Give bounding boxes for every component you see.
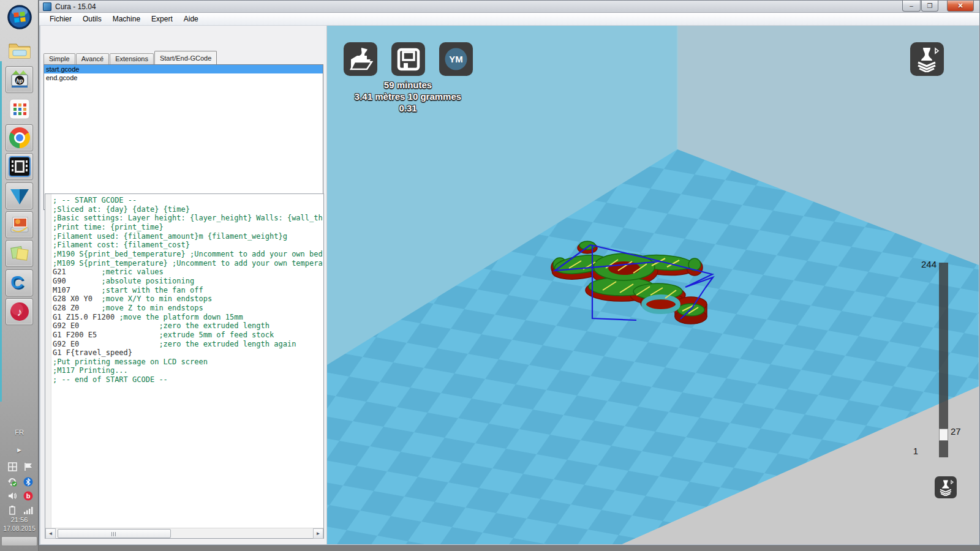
tab-simple[interactable]: Simple (43, 53, 75, 64)
taskbar-item-itunes[interactable]: ♪ (6, 298, 33, 325)
windows-taskbar: hp (0, 0, 39, 551)
layer-view-icon (914, 47, 940, 72)
menu-machine[interactable]: Machine (107, 13, 146, 24)
gcode-line: ;Basic settings: Layer height: {layer_he… (53, 214, 323, 223)
gcode-line: ;Filament used: {filament_amount}m {fila… (53, 232, 323, 241)
scrollbar-thumb[interactable] (58, 529, 171, 538)
gcode-line: G90 ;absolute positioning (53, 277, 323, 286)
gcode-line: ;Sliced at: {day} {date} {time} (53, 205, 323, 214)
scroll-right-arrow[interactable]: ► (313, 528, 323, 539)
svg-text:hp: hp (16, 78, 23, 84)
taskbar-item-hp[interactable]: hp (6, 66, 33, 93)
editor-gutter (45, 194, 51, 538)
view-mode-button[interactable] (910, 42, 944, 76)
language-indicator[interactable]: FR (0, 429, 39, 436)
layer-min-label: 1 (895, 446, 918, 456)
gcode-line: G92 E0 ;zero the extruded length (53, 321, 323, 331)
window-app-icon (43, 2, 51, 11)
menu-outils[interactable]: Outils (77, 13, 107, 24)
gcode-line: G21 ;metric values (53, 268, 323, 277)
svg-text:b: b (26, 492, 31, 500)
close-button[interactable]: ✕ (947, 1, 974, 12)
gcode-line: G1 Z15.0 F1200 ;move the platform down 1… (53, 313, 323, 322)
svg-text:C: C (10, 272, 24, 292)
taskbar-item-app-grid[interactable] (6, 97, 33, 121)
start-button[interactable] (6, 4, 33, 31)
gcode-line: G28 X0 Y0 ;move X/Y to min endstops (53, 294, 323, 304)
minimize-button[interactable]: – (902, 1, 921, 12)
taskbar-item-explorer[interactable] (6, 37, 33, 64)
window-title: Cura - 15.04 (55, 2, 96, 11)
save-toolpath-button[interactable] (391, 42, 425, 76)
file-row[interactable]: start.gcode (44, 65, 323, 73)
3d-viewport[interactable]: YM (327, 26, 979, 544)
flag-icon[interactable] (23, 461, 34, 472)
settings-panel: SimpleAvancéExtensionsStart/End-GCode st… (40, 26, 326, 544)
file-row[interactable]: end.gcode (44, 73, 323, 82)
load-model-button[interactable] (344, 42, 377, 76)
gcode-line: G1 F200 E5 ;extrude 5mm of feed stock (53, 331, 323, 340)
gcode-line: ;Filament cost: {filament_cost} (53, 241, 323, 250)
start-orb-icon (7, 4, 32, 30)
print-time: 59 minutes (334, 79, 481, 91)
cura-icon: C C (9, 272, 31, 294)
gcode-line: ;M117 Printing... (53, 366, 323, 375)
youmagine-icon: YM (439, 42, 473, 76)
load-model-icon (349, 47, 373, 72)
view-mode-mini-button[interactable] (935, 476, 957, 498)
taskbar-item-notes[interactable] (6, 240, 33, 267)
gcode-line: G92 E0 ;zero the extruded length again (53, 340, 323, 349)
restore-button[interactable]: ❐ (921, 1, 938, 12)
title-bar[interactable]: Cura - 15.04 – ❐ ✕ (39, 1, 979, 13)
menu-fichier[interactable]: Fichier (44, 13, 77, 24)
gcode-line: M107 ;start with the fan off (53, 286, 323, 295)
horizontal-scrollbar[interactable]: ◄ ► (45, 528, 323, 538)
beats-icon[interactable]: b (23, 490, 34, 501)
svg-text:YM: YM (449, 54, 463, 64)
taskbar-item-cura[interactable]: C C (6, 269, 33, 296)
menu-expert[interactable]: Expert (146, 13, 178, 24)
itunes-icon: ♪ (9, 301, 30, 322)
layer-slider-handle[interactable] (939, 429, 948, 441)
tray-date[interactable]: 17.08.2015 (0, 525, 39, 532)
layer-current-label: 27 (951, 426, 961, 437)
tab-extensions[interactable]: Extensions (110, 53, 154, 64)
print-cost: 0.31 (334, 102, 481, 114)
gcode-line: ;Print time: {print_time} (53, 223, 323, 232)
show-desktop-button[interactable] (1, 536, 37, 546)
svg-text:♪: ♪ (17, 306, 22, 318)
battery-icon[interactable] (7, 504, 18, 515)
bluetooth-icon[interactable] (23, 476, 34, 487)
speaker-icon[interactable] (7, 490, 18, 501)
gcode-file-list[interactable]: start.gcodeend.gcode (43, 64, 323, 210)
sync-icon[interactable] (7, 476, 18, 487)
taskbar-item-chrome[interactable] (6, 124, 33, 151)
windows-grid-icon[interactable] (7, 461, 18, 472)
signal-icon[interactable] (23, 504, 34, 515)
gcode-line: ;M109 S{print_temperature} ;Uncomment to… (53, 259, 323, 268)
scrollbar-grip (111, 532, 117, 536)
layer-max-label: 244 (907, 259, 937, 269)
taskbar-item-media[interactable] (6, 153, 33, 180)
menu-aide[interactable]: Aide (178, 13, 204, 24)
tab-avanc-[interactable]: Avancé (76, 53, 110, 64)
print-stats: 59 minutes 3.41 mètres 10 grammes 0.31 (334, 79, 481, 114)
hidden-icons-arrow[interactable]: ▶ (17, 447, 21, 453)
chrome-icon (9, 127, 30, 148)
gcode-line: G28 Z0 ;move Z to min endstops (53, 304, 323, 313)
tray-clock[interactable]: 21:56 (0, 516, 39, 523)
taskbar-item-photo-viewer[interactable] (6, 211, 33, 238)
share-youmagine-button[interactable]: YM (439, 42, 473, 76)
gcode-editor[interactable]: ; -- START GCODE --;Sliced at: {day} {da… (45, 193, 324, 539)
cura-window: Cura - 15.04 – ❐ ✕ FichierOutilsMachineE… (39, 0, 980, 545)
scroll-left-arrow[interactable]: ◄ (45, 528, 56, 539)
gcode-line: G1 F{travel_speed} (53, 348, 323, 358)
gcode-text[interactable]: ; -- START GCODE --;Sliced at: {day} {da… (53, 196, 323, 527)
app-grid-icon (9, 99, 30, 119)
gcode-line: ; -- end of START GCODE -- (53, 375, 323, 384)
tab-start-end-gcode[interactable]: Start/End-GCode (154, 51, 217, 64)
tab-bar: SimpleAvancéExtensionsStart/End-GCode (43, 51, 217, 64)
folder-icon (8, 40, 31, 60)
taskbar-item-vegas[interactable] (6, 182, 33, 209)
gcode-line: ;M190 S{print_bed_temperature} ;Uncommen… (53, 250, 323, 259)
